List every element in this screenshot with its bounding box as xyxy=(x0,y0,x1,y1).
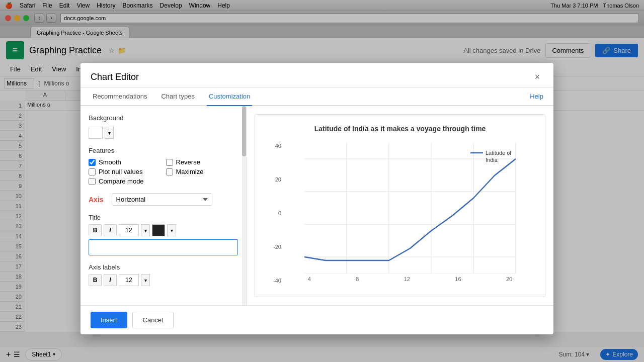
features-section: Features Smooth Reverse Plot null values xyxy=(89,147,238,185)
checkbox-maximize[interactable]: Maximize xyxy=(166,168,238,175)
svg-text:Latitude of: Latitude of xyxy=(486,150,512,156)
y-axis-labels: 40 20 0 -20 -40 xyxy=(265,143,285,284)
reverse-checkbox[interactable] xyxy=(166,159,173,166)
smooth-checkbox[interactable] xyxy=(89,159,96,166)
x-axis-labels: 4 8 12 16 20 xyxy=(285,276,535,282)
axis-labels-label: Axis labels xyxy=(89,263,238,271)
background-color-swatch[interactable] xyxy=(89,127,103,139)
title-italic-button[interactable]: I xyxy=(104,224,117,236)
maximize-label: Maximize xyxy=(176,168,204,175)
checkbox-reverse[interactable]: Reverse xyxy=(166,158,238,166)
title-text-input[interactable] xyxy=(89,239,238,255)
chart-svg-container: Latitude of India 4 8 12 16 20 xyxy=(285,143,535,284)
cancel-button[interactable]: Cancel xyxy=(132,312,174,328)
insert-button[interactable]: Insert xyxy=(91,312,127,328)
background-color-arrow[interactable]: ▾ xyxy=(105,127,114,139)
y-label-20: 20 xyxy=(275,176,281,183)
axis-labels-section: Axis labels B I ▾ xyxy=(89,263,238,286)
right-panel: Latitude of India as it makes a voyage t… xyxy=(247,106,553,305)
title-font-size[interactable] xyxy=(119,224,139,236)
axis-label: Axis xyxy=(89,196,104,204)
plot-null-checkbox[interactable] xyxy=(89,168,96,175)
title-color-swatch[interactable] xyxy=(152,224,165,236)
axis-select[interactable]: Horizontal Vertical xyxy=(112,193,212,206)
axis-font-size-arrow[interactable]: ▾ xyxy=(141,274,150,286)
title-label: Title xyxy=(89,214,238,221)
checkbox-smooth[interactable]: Smooth xyxy=(89,158,161,166)
chart-title: Latitude of India as it makes a voyage t… xyxy=(265,125,535,133)
x-label-12: 12 xyxy=(404,276,410,282)
background-color-row: ▾ xyxy=(89,127,238,139)
title-font-size-arrow[interactable]: ▾ xyxy=(141,224,150,236)
compare-mode-checkbox[interactable] xyxy=(89,178,96,185)
title-bold-button[interactable]: B xyxy=(89,224,102,236)
tab-chart-types[interactable]: Chart types xyxy=(159,87,196,106)
scroll-thumb[interactable] xyxy=(242,106,246,156)
x-label-4: 4 xyxy=(308,276,311,282)
y-label-40: 40 xyxy=(275,143,281,149)
chart-area: 40 20 0 -20 -40 xyxy=(265,143,535,284)
svg-text:India: India xyxy=(486,157,498,163)
scroll-track[interactable] xyxy=(242,106,246,305)
reverse-label: Reverse xyxy=(176,158,200,166)
tab-customization[interactable]: Customization xyxy=(207,87,252,106)
smooth-label: Smooth xyxy=(99,158,121,166)
title-color-arrow[interactable]: ▾ xyxy=(167,224,176,236)
compare-mode-label: Compare mode xyxy=(99,177,144,185)
y-label-n20: -20 xyxy=(273,244,281,250)
chart-preview: Latitude of India as it makes a voyage t… xyxy=(255,114,545,297)
chart-editor-body: Background ▾ Features Smooth Reverse xyxy=(80,106,553,305)
checkbox-plot-null[interactable]: Plot null values xyxy=(89,168,161,175)
checkbox-compare-mode[interactable]: Compare mode xyxy=(89,177,161,185)
y-label-n40: -40 xyxy=(273,278,281,284)
x-label-8: 8 xyxy=(356,276,359,282)
axis-section: Axis Horizontal Vertical xyxy=(89,193,238,206)
x-label-20: 20 xyxy=(506,276,512,282)
left-panel: Background ▾ Features Smooth Reverse xyxy=(80,106,247,305)
title-format-bar: B I ▾ ▾ xyxy=(89,224,238,236)
tab-recommendations[interactable]: Recommendations xyxy=(91,87,149,106)
title-section: Title B I ▾ ▾ xyxy=(89,214,238,255)
chart-editor-title: Chart Editor xyxy=(91,72,531,82)
features-grid: Smooth Reverse Plot null values Maximize xyxy=(89,158,238,185)
chart-editor-footer: Insert Cancel xyxy=(80,305,553,334)
x-label-16: 16 xyxy=(455,276,461,282)
maximize-checkbox[interactable] xyxy=(166,168,173,175)
chart-editor-tabs: Recommendations Chart types Customizatio… xyxy=(80,87,553,106)
chart-editor-dialog: Chart Editor × Recommendations Chart typ… xyxy=(80,63,553,334)
axis-labels-format-bar: B I ▾ xyxy=(89,274,238,286)
y-label-0: 0 xyxy=(278,210,281,216)
chart-editor-header: Chart Editor × xyxy=(80,63,553,87)
close-button[interactable]: × xyxy=(531,71,543,83)
features-title: Features xyxy=(89,147,238,154)
help-link[interactable]: Help xyxy=(530,87,543,105)
axis-italic-button[interactable]: I xyxy=(104,274,117,286)
chart-svg: Latitude of India xyxy=(285,143,535,274)
axis-font-size[interactable] xyxy=(119,274,139,286)
axis-bold-button[interactable]: B xyxy=(89,274,102,286)
background-label: Background xyxy=(89,114,238,122)
plot-null-label: Plot null values xyxy=(99,168,142,175)
